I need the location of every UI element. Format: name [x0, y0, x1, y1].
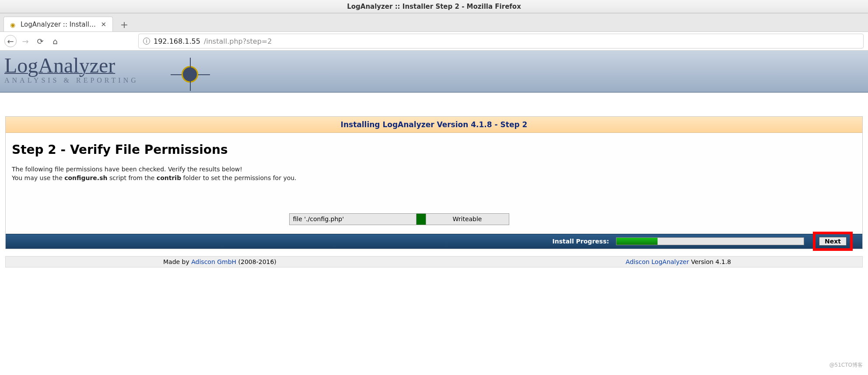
installer-panel: Installing LogAnalyzer Version 4.1.8 - S…	[5, 116, 863, 249]
install-progress-bar: Install Progress: Next	[6, 234, 862, 249]
footer-right: Adiscon LogAnalyzer Version 4.1.8	[447, 257, 862, 267]
watermark: @51CTO博客	[830, 361, 863, 369]
browser-tab[interactable]: ◉ LogAnalyzer :: Installer St ✕	[4, 17, 113, 31]
desc-script-name: configure.sh	[64, 174, 107, 181]
tab-close-icon[interactable]: ✕	[101, 21, 106, 28]
window-titlebar: LogAnalyzer :: Installer Step 2 - Mozill…	[0, 0, 868, 13]
page-content: LogAnalyzer ANALYSIS & REPORTING Install…	[0, 51, 868, 267]
url-bar[interactable]: i 192.168.1.55/install.php?step=2	[138, 34, 864, 49]
table-row: file './config.php' Writeable	[289, 213, 509, 225]
tab-title: LogAnalyzer :: Installer St	[21, 21, 97, 28]
status-indicator	[416, 213, 426, 225]
brand-tagline: ANALYSIS & REPORTING	[4, 76, 868, 84]
next-button[interactable]: Next	[819, 237, 847, 246]
desc-part: folder to set the permissions for you.	[181, 174, 296, 181]
window-title: LogAnalyzer :: Installer Step 2 - Mozill…	[347, 3, 521, 10]
status-text: Writeable	[426, 213, 509, 225]
progress-fill	[616, 238, 658, 245]
footer-left: Made by Adiscon GmbH (2008-2016)	[6, 257, 447, 267]
url-host: 192.168.1.55	[154, 37, 200, 45]
desc-folder-name: contrib	[157, 174, 181, 181]
file-name-cell: file './config.php'	[289, 213, 416, 225]
nav-reload-button[interactable]: ⟳	[34, 35, 46, 47]
footer-text: Made by	[163, 258, 191, 265]
desc-part: You may use the	[12, 174, 64, 181]
site-info-icon[interactable]: i	[143, 38, 150, 45]
progress-label: Install Progress:	[552, 238, 609, 245]
browser-toolbar: ← → ⟳ ⌂ i 192.168.1.55/install.php?step=…	[0, 31, 868, 51]
next-button-highlight: Next	[813, 232, 853, 251]
panel-header: Installing LogAnalyzer Version 4.1.8 - S…	[6, 117, 862, 133]
footer-product-link[interactable]: Adiscon LogAnalyzer	[626, 258, 689, 265]
crosshair-icon	[178, 63, 202, 87]
brand-logo: LogAnalyzer	[4, 51, 868, 77]
desc-line1: The following file permissions have been…	[12, 166, 242, 173]
browser-tabstrip: ◉ LogAnalyzer :: Installer St ✕ +	[0, 13, 868, 31]
desc-part: script from the	[107, 174, 156, 181]
step-description: The following file permissions have been…	[12, 165, 856, 183]
footer-text: Version 4.1.8	[689, 258, 731, 265]
nav-home-button[interactable]: ⌂	[49, 35, 61, 47]
file-permission-table: file './config.php' Writeable	[12, 213, 786, 225]
url-path: /install.php?step=2	[204, 37, 272, 45]
nav-forward-button[interactable]: →	[19, 35, 32, 47]
tab-favicon: ◉	[10, 21, 17, 28]
progress-track	[616, 237, 804, 245]
panel-body: Step 2 - Verify File Permissions The fol…	[6, 133, 862, 234]
footer-text: (2008-2016)	[236, 258, 276, 265]
step-title: Step 2 - Verify File Permissions	[12, 142, 856, 157]
page-footer: Made by Adiscon GmbH (2008-2016) Adiscon…	[5, 256, 863, 267]
footer-adiscon-link[interactable]: Adiscon GmbH	[191, 258, 236, 265]
logo-band: LogAnalyzer ANALYSIS & REPORTING	[0, 51, 868, 93]
new-tab-button[interactable]: +	[117, 17, 131, 31]
nav-back-button[interactable]: ←	[4, 35, 17, 47]
